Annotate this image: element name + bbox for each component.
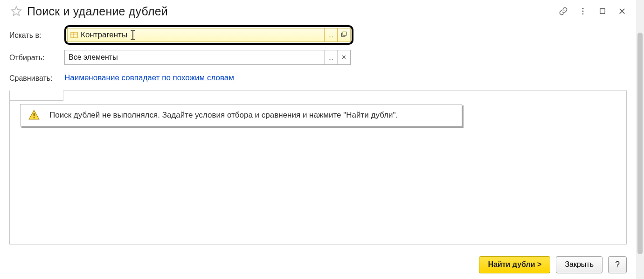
svg-point-2 — [582, 13, 584, 14]
search-in-select-button[interactable]: ... — [324, 28, 337, 42]
svg-rect-10 — [34, 117, 35, 118]
ellipsis-icon: ... — [328, 32, 333, 39]
compare-label: Сравнивать: — [9, 73, 64, 83]
search-in-value: Контрагенты — [81, 28, 324, 42]
results-panel: Поиск дублей не выполнялся. Задайте усло… — [9, 91, 627, 244]
scrollbar-thumb[interactable] — [637, 33, 643, 254]
svg-rect-8 — [343, 32, 346, 35]
close-button[interactable]: Закрыть — [556, 256, 602, 273]
help-button[interactable]: ? — [608, 256, 627, 273]
title-actions — [554, 3, 631, 20]
search-in-highlight: Контрагенты ... — [64, 25, 353, 45]
footer: Найти дубли > Закрыть ? — [0, 255, 636, 277]
results-tab-stub — [10, 91, 63, 101]
filter-label: Отбирать: — [9, 53, 64, 62]
ellipsis-icon: ... — [328, 54, 333, 61]
link-icon[interactable] — [554, 3, 573, 20]
svg-point-1 — [582, 11, 584, 12]
find-duplicates-button[interactable]: Найти дубли > — [479, 256, 550, 273]
text-caret — [128, 30, 128, 40]
favorite-star-icon[interactable] — [10, 5, 22, 17]
filter-input[interactable]: Все элементы ... × — [64, 50, 351, 65]
maximize-icon[interactable] — [593, 3, 612, 20]
search-in-open-button[interactable] — [337, 28, 350, 42]
vertical-scrollbar[interactable] — [636, 0, 644, 279]
page-title: Поиск и удаление дублей — [27, 5, 554, 18]
titlebar: Поиск и удаление дублей — [0, 0, 636, 23]
close-icon[interactable] — [613, 3, 631, 20]
search-in-input[interactable]: Контрагенты ... — [67, 28, 351, 42]
svg-rect-4 — [71, 32, 77, 38]
open-window-icon — [341, 31, 347, 39]
filter-value: Все элементы — [65, 50, 324, 64]
filter-select-button[interactable]: ... — [324, 50, 337, 64]
svg-rect-9 — [34, 113, 35, 117]
compare-rules-link[interactable]: Наименование совпадает по похожим словам — [64, 73, 234, 83]
info-message: Поиск дублей не выполнялся. Задайте усло… — [49, 111, 398, 120]
text-cursor-icon — [129, 30, 138, 40]
filter-clear-button[interactable]: × — [337, 50, 350, 64]
svg-point-0 — [582, 8, 584, 9]
more-icon[interactable] — [574, 3, 592, 20]
warning-icon — [28, 109, 40, 121]
info-banner: Поиск дублей не выполнялся. Задайте усло… — [20, 104, 462, 126]
search-in-label: Искать в: — [9, 30, 64, 40]
svg-rect-3 — [600, 9, 605, 14]
clear-icon: × — [342, 53, 346, 62]
catalog-icon — [68, 28, 81, 42]
